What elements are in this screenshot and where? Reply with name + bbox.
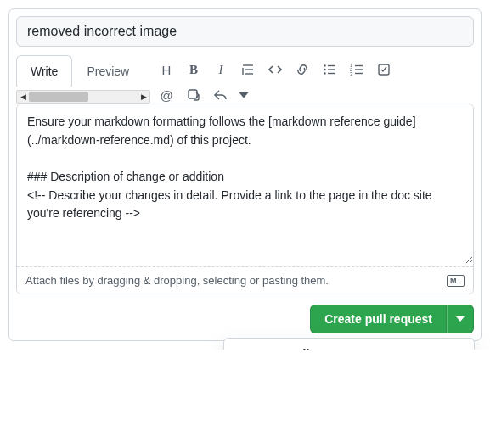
markdown-badge-icon[interactable]: M↓ [447,275,465,287]
editor-header: Write Preview ◀ ▶ H B I [16,55,474,104]
tab-preview[interactable]: Preview [72,55,144,87]
scroll-right-arrow-icon[interactable]: ▶ [138,92,149,101]
reply-icon[interactable] [211,86,230,104]
task-list-icon[interactable] [375,60,393,79]
submit-button-group: Create pull request [310,305,474,333]
attach-hint-text: Attach files by dragging & dropping, sel… [25,274,329,287]
link-icon[interactable] [293,60,312,79]
formatting-toolbar: H B I 123 @ [157,55,474,104]
svg-rect-14 [355,69,363,70]
ordered-list-icon[interactable]: 123 [347,60,366,79]
svg-marker-18 [239,92,249,98]
mention-icon[interactable]: @ [157,86,176,104]
unordered-list-icon[interactable] [320,60,339,79]
svg-rect-8 [328,69,335,70]
svg-rect-9 [328,73,335,74]
caret-down-icon[interactable] [239,86,249,104]
check-icon [231,347,248,350]
svg-point-5 [324,69,325,70]
svg-text:3: 3 [350,71,353,76]
create-pull-request-button[interactable]: Create pull request [310,305,447,333]
editor-tabs: Write Preview [16,55,150,87]
comment-textarea[interactable] [17,104,473,264]
svg-rect-13 [355,65,363,66]
svg-rect-15 [355,73,363,74]
heading-icon[interactable]: H [157,60,176,79]
attach-hint-row[interactable]: Attach files by dragging & dropping, sel… [17,266,473,294]
code-icon[interactable] [266,60,284,79]
submit-dropdown-toggle[interactable] [447,305,474,333]
svg-rect-17 [189,90,197,98]
pr-form: Write Preview ◀ ▶ H B I [8,8,482,341]
dropdown-option-title: Create pull request [248,347,465,350]
bold-icon[interactable]: B [184,60,203,79]
svg-point-4 [324,64,325,66]
pr-title-input[interactable] [16,16,474,47]
scroll-left-arrow-icon[interactable]: ◀ [17,92,29,101]
comment-box: Attach files by dragging & dropping, sel… [16,104,474,294]
cross-reference-icon[interactable] [184,86,203,104]
italic-icon[interactable]: I [211,60,230,79]
tab-write[interactable]: Write [16,55,72,87]
submit-dropdown: Create pull request Open a pull request … [223,338,475,350]
dropdown-option-create-pr[interactable]: Create pull request Open a pull request … [224,339,474,350]
scroll-track[interactable] [29,91,138,103]
svg-point-6 [324,72,325,74]
svg-rect-7 [328,65,335,66]
form-actions: Create pull request [16,305,474,333]
quote-icon[interactable] [239,60,257,79]
svg-marker-19 [456,316,465,322]
tabs-scrollbar[interactable]: ◀ ▶ [16,90,150,104]
scroll-thumb[interactable] [29,92,88,102]
